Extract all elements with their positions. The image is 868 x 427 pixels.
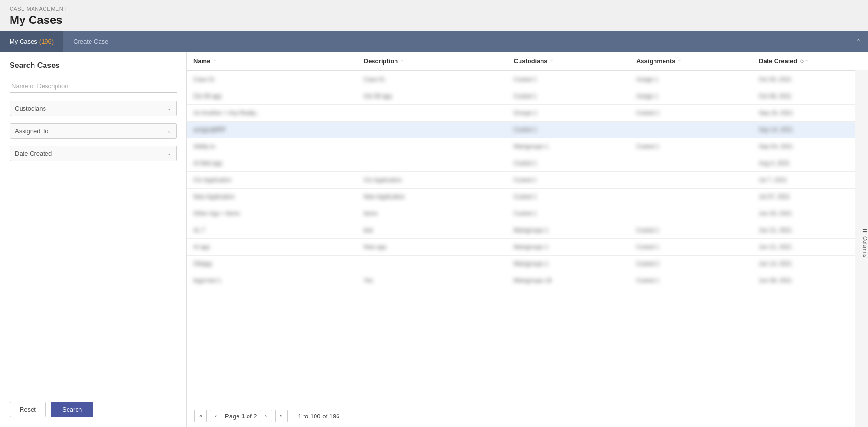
cell-date_created: Jul 7, 2021	[752, 172, 868, 189]
cell-description	[357, 122, 507, 138]
tab-collapse-button[interactable]: ⌃	[849, 31, 868, 52]
cell-name: Al app	[187, 239, 357, 256]
table-scroll-container[interactable]: Name ≡ Description ≡	[187, 52, 868, 405]
search-sidebar: Search Cases Custodians ⌄ Assigned To ⌄ …	[0, 52, 187, 427]
sidebar-title: Search Cases	[10, 61, 177, 70]
cell-custodians: Groups 1	[507, 105, 630, 122]
cell-date_created: Oct 30, 2021	[752, 71, 868, 88]
cell-description: New Application	[357, 189, 507, 205]
table-row[interactable]: Case 01Case 01Custod 1Assign 1Oct 30, 20…	[187, 71, 868, 88]
cell-description	[357, 155, 507, 172]
col-header-assignments[interactable]: Assignments ≡	[630, 52, 752, 71]
table-row[interactable]: At field appCustod 1Aug 4, 2021	[187, 155, 868, 172]
table-row[interactable]: Ability toMaingroups 1Custod 1Sep 04, 20…	[187, 138, 868, 155]
desc-col-icons: ≡	[401, 58, 404, 64]
search-button[interactable]: Search	[51, 402, 93, 417]
cell-date_created: Sep 16, 2021	[752, 105, 868, 122]
cell-custodians: Custod 1	[507, 172, 630, 189]
table-row[interactable]: Cio ApplicationCio ApplicationCustod 1Ju…	[187, 172, 868, 189]
cell-description: test	[357, 222, 507, 239]
cell-description: Case 01	[357, 71, 507, 88]
cell-custodians: Custod 1	[507, 189, 630, 205]
cell-description: Yes	[357, 272, 507, 289]
table-area: Name ≡ Description ≡	[187, 52, 868, 427]
assigned-to-chevron-down-icon: ⌄	[167, 128, 171, 134]
date-created-dropdown[interactable]: Date Created ⌄	[10, 146, 177, 161]
cell-assignments	[630, 205, 752, 222]
pagination-last-button[interactable]: »	[275, 410, 288, 422]
pagination-first-button[interactable]: «	[194, 410, 207, 422]
sidebar-actions: Reset Search	[10, 392, 177, 417]
main-content: Search Cases Custodians ⌄ Assigned To ⌄ …	[0, 52, 868, 427]
reset-button[interactable]: Reset	[10, 402, 46, 417]
pagination-next-button[interactable]: ›	[260, 410, 272, 422]
cell-name: assignqMRP	[187, 122, 357, 138]
col-header-date-created[interactable]: Date Created ◇ ≡	[752, 52, 868, 71]
range-start: 1	[298, 413, 302, 420]
table-row[interactable]: legal test 1YesMaingroups 18Custod 1Jun …	[187, 272, 868, 289]
cell-custodians: Maingroups 1	[507, 222, 630, 239]
cell-description: Oct 08 app	[357, 88, 507, 105]
assigned-to-dropdown[interactable]: Assigned To ⌄	[10, 123, 177, 139]
total-records: 196	[329, 413, 340, 420]
assigned-to-label: Assigned To	[15, 127, 49, 135]
cell-name: Other App + Items	[187, 205, 357, 222]
custodians-label: Custodians	[15, 105, 46, 112]
table-row[interactable]: OldappMaingroups 1Custod 2Jun 14, 2021	[187, 256, 868, 272]
cell-name: Case 01	[187, 71, 357, 88]
cell-description	[357, 105, 507, 122]
col-header-description[interactable]: Description ≡	[357, 52, 507, 71]
cell-name: Cio Application	[187, 172, 357, 189]
cell-assignments: Custod 2	[630, 256, 752, 272]
cell-name: Oldapp	[187, 256, 357, 272]
tab-my-cases[interactable]: My Cases (196)	[0, 31, 64, 52]
cell-description: New app	[357, 239, 507, 256]
cell-custodians: Maingroups 1	[507, 239, 630, 256]
cell-custodians: Custod 1	[507, 122, 630, 138]
cell-name: Ability to	[187, 138, 357, 155]
cell-date_created: Jun 21, 2021	[752, 222, 868, 239]
table-header-row: Name ≡ Description ≡	[187, 52, 868, 71]
cell-assignments: Assign 1	[630, 71, 752, 88]
table-row[interactable]: New ApplicationNew ApplicationCustod 1Ju…	[187, 189, 868, 205]
cell-assignments: Custod 1	[630, 272, 752, 289]
columns-button[interactable]: ☰ Columns	[855, 52, 868, 427]
table-row[interactable]: Other App + ItemsitemsCustod 1Jun 20, 20…	[187, 205, 868, 222]
pagination-range: 1 to 100 of 196	[298, 413, 340, 420]
col-header-custodians[interactable]: Custodians ≡	[507, 52, 630, 71]
tab-create-case-label: Create Case	[73, 38, 108, 45]
custodians-dropdown[interactable]: Custodians ⌄	[10, 101, 177, 116]
cell-assignments	[630, 155, 752, 172]
table-row[interactable]: An Another + Any Really...Groups 1Custod…	[187, 105, 868, 122]
table-row[interactable]: AL TtestMaingroups 1Custod 1Jun 21, 2021	[187, 222, 868, 239]
cell-description	[357, 256, 507, 272]
table-row[interactable]: assignqMRPCustod 1Sep 14, 2021	[187, 122, 868, 138]
total-pages: 2	[253, 413, 257, 420]
name-description-input[interactable]	[10, 79, 177, 93]
page-label: Page	[225, 413, 239, 420]
cell-custodians: Custod 1	[507, 71, 630, 88]
cell-date_created: Jun 14, 2021	[752, 256, 868, 272]
pagination-bar: « ‹ Page 1 of 2 › » 1 to 100 of 196	[187, 405, 868, 427]
cell-date_created: Sep 14, 2021	[752, 122, 868, 138]
cell-date_created: Aug 4, 2021	[752, 155, 868, 172]
cell-name: Oct 08 app	[187, 88, 357, 105]
date-created-label: Date Created	[15, 150, 52, 157]
pagination-prev-button[interactable]: ‹	[210, 410, 222, 422]
cell-date_created: Jun 08, 2021	[752, 272, 868, 289]
cases-table: Name ≡ Description ≡	[187, 52, 868, 289]
cell-name: At field app	[187, 155, 357, 172]
cell-assignments: Assign 1	[630, 88, 752, 105]
cell-custodians: Maingroups 18	[507, 272, 630, 289]
cell-custodians: Maingroups 1	[507, 256, 630, 272]
assign-col-icons: ≡	[678, 58, 681, 64]
cell-description	[357, 138, 507, 155]
col-header-name[interactable]: Name ≡	[187, 52, 357, 71]
page-header: CASE MANAGEMENT My Cases	[0, 0, 868, 31]
table-row[interactable]: Oct 08 appOct 08 appCustod 1Assign 1Oct …	[187, 88, 868, 105]
tab-create-case[interactable]: Create Case	[64, 31, 118, 52]
cell-date_created: Jun 20, 2021	[752, 205, 868, 222]
cell-assignments: Custod 1	[630, 105, 752, 122]
table-row[interactable]: Al appNew appMaingroups 1Custod 1Jun 21,…	[187, 239, 868, 256]
date-col-icons: ◇ ≡	[800, 58, 808, 64]
